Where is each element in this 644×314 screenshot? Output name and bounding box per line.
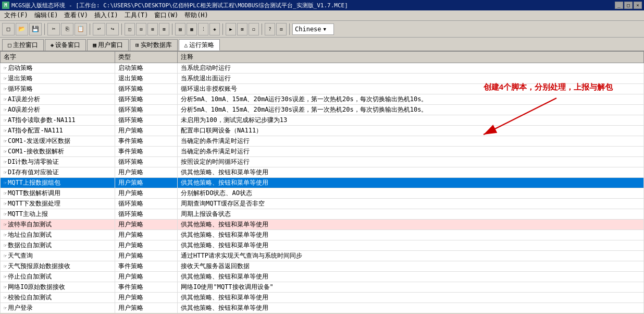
tab-label-1: 设备窗口 [55,41,80,50]
cell-name: ☞启动策略 [1,63,115,74]
tab-设备窗口[interactable]: ◈设备窗口 [45,39,86,51]
app-icon: M [2,2,9,9]
toolbar-btn-redo[interactable]: ↪ [106,23,119,35]
cell-type: 用户策略 [115,220,178,230]
row-icon: ☞ [4,76,7,81]
row-icon: ☞ [4,243,7,248]
table-row[interactable]: ☞退出策略退出策略当系统退出面运行 [1,74,644,84]
table-row[interactable]: ☞AO误差分析循环策略分析5mA、10mA、15mA、20mA运行30s误差，第… [1,105,644,115]
table-row[interactable]: ☞COM1-接收数据解析事件策略当确定的条件满足时运行 [1,147,644,157]
table-row[interactable]: ☞COM1-发送缓冲区数据事件策略当确定的条件满足时运行 [1,136,644,147]
maximize-button[interactable]: □ [624,2,633,9]
table-row[interactable]: ☞网络IO原始数据接收事件策略网络IO使用"MQTT接收调用设备" [1,282,644,293]
menu-item-编辑E[interactable]: 编辑(E) [31,10,61,20]
cell-type: 用户策略 [115,303,178,313]
toolbar-btn-open[interactable]: 📂 [16,23,28,35]
menu-item-文件F[interactable]: 文件(F) [1,10,31,20]
tab-label-0: 主控窗口 [13,41,38,50]
window-controls[interactable]: _ □ × [615,2,642,9]
toolbar-btn-7[interactable]: ⋮ [198,23,208,35]
table-row[interactable]: ☞天气查询用户策略通过HTTP请求实现天气查询与系统时间同步 [1,251,644,261]
table-row[interactable]: ☞AT指令配置-NA111用户策略配置串口联网设备（NA111） [1,126,644,136]
table-row[interactable]: ☞DI存有值对应验证用户策略供其他策略、按钮和菜单等使用 [1,167,644,178]
toolbar-btn-4[interactable]: ⊠ [159,23,169,35]
table-row[interactable]: ☞MQTT上报数据组包用户策略供其他策略、按钮和菜单等使用 [1,178,644,188]
toolbar-btn-copy[interactable]: ⎘ [61,23,73,35]
table-row[interactable]: ☞AI误差分析循环策略分析5mA、10mA、15mA、20mA运行30s误差，第… [1,94,644,105]
toolbar-btn-1[interactable]: ◫ [125,23,135,35]
table-row[interactable]: ☞DI计数与清零验证循环策略按照设定的时间循环运行 [1,157,644,167]
toolbar-btn-3[interactable]: ⊞ [147,23,158,35]
table-row[interactable]: ☞MQTT主动上报循环策略周期上报设备状态 [1,209,644,220]
cell-type: 事件策略 [115,147,178,157]
tab-主控窗口[interactable]: □主控窗口 [2,39,44,51]
menu-bar: 文件(F)编辑(E)查看(V)插入(I)工具(T)窗口(W)帮助(H) [0,10,644,21]
toolbar-btn-cut[interactable]: ✂ [47,23,60,35]
toolbar-btn-6[interactable]: ▦ [187,23,197,35]
main-content: 名字 类型 注释 ☞启动策略启动策略当系统启动时运行☞退出策略退出策略当系统退出… [0,51,644,313]
cell-type: 循环策略 [115,115,178,126]
cell-name: ☞数据位自加测试 [1,240,115,251]
table-row[interactable]: ☞用户登录用户策略供其他策略、按钮和菜单等使用 [1,303,644,313]
cell-note: 配置串口联网设备（NA111） [178,126,644,136]
cell-note: 未启用为100，测试完成标记步骤为13 [178,115,644,126]
table-row[interactable]: ☞AT指令读取参数-NA111循环策略未启用为100，测试完成标记步骤为13 [1,115,644,126]
minimize-button[interactable]: _ [615,2,623,9]
menu-item-工具T[interactable]: 工具(T) [121,10,152,20]
row-icon: ☞ [4,128,7,134]
table-row[interactable]: ☞地址位自加测试用户策略供其他策略、按钮和菜单等使用 [1,230,644,240]
cell-note: 分析5mA、10mA、15mA、20mA运行30s误差，第一次热机20s，每次切… [178,105,644,115]
row-icon: ☞ [4,107,7,113]
cell-type: 循环策略 [115,94,178,105]
row-icon: ☞ [4,159,7,165]
table-row[interactable]: ☞MQTT数据解析调用用户策略分别解析DO状态、AO状态 [1,188,644,199]
toolbar-btn-5[interactable]: ▤ [175,23,185,35]
toolbar-btn-new[interactable]: □ [2,23,15,35]
tab-运行策略[interactable]: △运行策略 [179,39,220,51]
close-button[interactable]: × [634,2,642,9]
toolbar-btn-12[interactable]: ⊡ [276,23,287,35]
title-bar: M MCGS嵌入版组态环境 - [工作台: C:\USERS\PC\DESKTO… [0,0,644,10]
table-row[interactable]: ☞MQTT下发数据处理循环策略周期查询MQTT缓存区是否非空 [1,199,644,209]
toolbar-btn-paste[interactable]: 📋 [75,23,87,35]
toolbar-btn-2[interactable]: ⊟ [136,23,146,35]
tab-实时数据库[interactable]: ⊞实时数据库 [130,39,178,51]
menu-item-查看V[interactable]: 查看(V) [61,10,91,20]
cell-name: ☞退出策略 [1,74,115,84]
main-content-wrapper: 创建4个脚本，分别处理，上报与解包 名字 类型 注释 [0,51,644,313]
toolbar-btn-save[interactable]: 💾 [29,23,42,35]
toolbar-btn-11[interactable]: ◻ [249,23,259,35]
toolbar-sep-6 [262,23,262,35]
table-row[interactable]: ☞循环策略循环策略循环退出非授权账号 [1,84,644,94]
toolbar-btn-10[interactable]: ⊠ [237,23,247,35]
toolbar-btn-help[interactable]: ? [265,23,275,35]
cell-note: 供其他策略、按钮和菜单等使用 [178,220,644,230]
table-row[interactable]: ☞校验位自加测试用户策略供其他策略、按钮和菜单等使用 [1,293,644,303]
cell-type: 用户策略 [115,251,178,261]
cell-note: 接收天气服务器返回数据 [178,261,644,272]
menu-item-窗口W[interactable]: 窗口(W) [151,10,181,20]
table-row[interactable]: ☞天气预报原始数据接收事件策略接收天气服务器返回数据 [1,261,644,272]
menu-item-帮助H[interactable]: 帮助(H) [181,10,212,20]
table-row[interactable]: ☞启动策略启动策略当系统启动时运行 [1,63,644,74]
tab-label-4: 运行策略 [189,41,214,50]
table-row[interactable]: ☞数据位自加测试用户策略供其他策略、按钮和菜单等使用 [1,240,644,251]
table-row[interactable]: ☞波特率自加测试用户策略供其他策略、按钮和菜单等使用 [1,220,644,230]
language-dropdown[interactable]: Chinese ▼ [292,23,334,35]
toolbar-btn-9[interactable]: ▶ [226,23,236,35]
table-row[interactable]: ☞停止位自加测试用户策略供其他策略、按钮和菜单等使用 [1,272,644,282]
cell-name: ☞AT指令配置-NA111 [1,126,115,136]
cell-type: 启动策略 [115,63,178,74]
row-icon: ☞ [4,201,7,207]
cell-note: 循环退出非授权账号 [178,84,644,94]
row-icon: ☞ [4,86,7,92]
cell-note: 当系统退出面运行 [178,74,644,84]
tab-用户窗口[interactable]: ▦用户窗口 [87,39,129,51]
cell-note: 周期上报设备状态 [178,209,644,220]
toolbar-btn-8[interactable]: ◈ [209,23,220,35]
cell-note: 供其他策略、按钮和菜单等使用 [178,178,644,188]
cell-name: ☞天气查询 [1,251,115,261]
cell-type: 用户策略 [115,230,178,240]
toolbar-btn-undo[interactable]: ↩ [93,23,105,35]
menu-item-插入I[interactable]: 插入(I) [91,10,121,20]
